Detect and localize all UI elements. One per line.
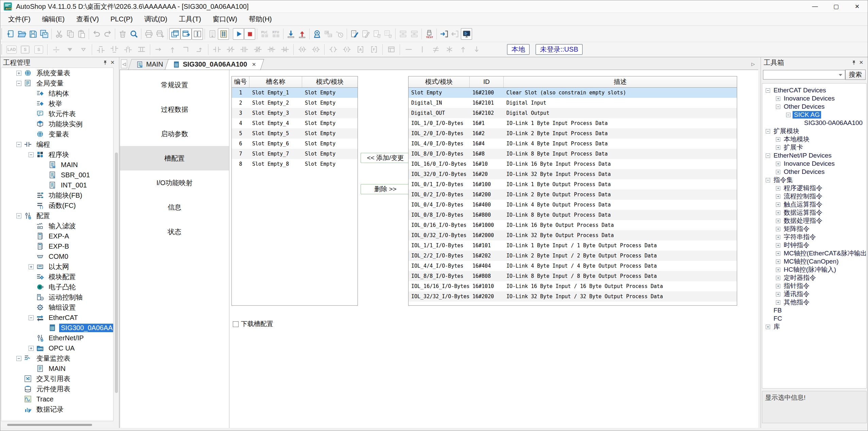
project-tree-item[interactable]: 结构体 xyxy=(1,88,113,98)
local-button[interactable]: 本地 xyxy=(507,44,530,55)
collapse-icon[interactable]: − xyxy=(16,81,21,86)
project-panel-close-icon[interactable]: ✕ xyxy=(109,59,116,66)
toolbox-close-icon[interactable]: ✕ xyxy=(857,59,865,66)
expand-icon[interactable]: + xyxy=(776,292,780,297)
table-row[interactable]: 1Slot Empty_1Slot Empty xyxy=(232,88,358,98)
edit-write-button[interactable] xyxy=(349,28,360,40)
expand-icon[interactable]: + xyxy=(776,211,780,215)
project-tree-item[interactable]: MMAIN xyxy=(1,160,113,170)
expand-icon[interactable]: + xyxy=(776,243,780,248)
project-tree-item[interactable]: −编程 xyxy=(1,139,113,149)
toolbox-tree-item[interactable]: +Inovance Devices xyxy=(762,160,866,168)
table-row[interactable]: IOL_4/0_I/O-Bytes16#4IO-Link 4 Byte Inpu… xyxy=(409,139,737,149)
toolbox-tree-item[interactable]: +Inovance Devices xyxy=(762,94,866,103)
table-row[interactable]: 4Slot Empty_4Slot Empty xyxy=(232,118,358,128)
project-tree-item[interactable]: 功能块实例 xyxy=(1,119,113,129)
device-nav-2[interactable]: 过程数据 xyxy=(120,97,229,122)
toolbox-tree-item[interactable]: +库 xyxy=(762,323,866,331)
project-tree-item[interactable]: EXP-A xyxy=(1,231,113,241)
column-header[interactable]: ID xyxy=(470,76,504,87)
window-split-button[interactable] xyxy=(192,28,203,40)
project-tree-item[interactable]: 枚举 xyxy=(1,98,113,109)
project-tree-item[interactable]: 软元件表 xyxy=(1,109,113,119)
expand-icon[interactable]: + xyxy=(776,202,780,207)
lad-mode-button[interactable]: LAD xyxy=(5,43,18,56)
table-row[interactable]: IOL_0/8_I/O-Bytes16#800IO-Link 8 Byte Ou… xyxy=(409,210,737,220)
expand-icon[interactable]: + xyxy=(776,170,780,174)
toolbox-tree-item[interactable]: +通讯指令 xyxy=(762,290,866,298)
upload-button[interactable] xyxy=(296,28,308,40)
tab-close-icon[interactable]: ✕ xyxy=(252,61,256,68)
menu-item-7[interactable]: 窗口(W) xyxy=(207,13,243,25)
project-tree-item[interactable]: +系统变量表 xyxy=(1,68,113,78)
menu-item-6[interactable]: 工具(T) xyxy=(173,13,207,25)
expand-icon[interactable]: + xyxy=(776,284,780,288)
expand-icon[interactable]: + xyxy=(776,251,780,256)
expand-icon[interactable]: + xyxy=(776,145,780,150)
device-nav-1[interactable]: 常规设置 xyxy=(120,73,229,97)
expand-icon[interactable]: + xyxy=(776,186,780,191)
device-nav-3[interactable]: 启动参数 xyxy=(120,122,229,146)
toolbox-tree-item[interactable]: FC xyxy=(762,315,866,323)
project-tree-item[interactable]: COM0 xyxy=(1,251,113,262)
project-tree-item[interactable]: +以太网 xyxy=(1,262,113,272)
compile-all-button[interactable] xyxy=(218,28,229,40)
project-tree-item[interactable]: −程序块 xyxy=(1,149,113,160)
search-button[interactable] xyxy=(128,28,139,40)
column-header[interactable]: 模式/模块 xyxy=(302,76,358,87)
project-tree-item[interactable]: ()函数(FC) xyxy=(1,200,113,211)
jump-in-button[interactable] xyxy=(438,28,450,40)
toolbox-tree-item[interactable]: +程序逻辑指令 xyxy=(762,184,866,192)
search-combobox[interactable] xyxy=(763,70,845,79)
toolbox-tree-item[interactable]: −扩展模块 xyxy=(762,127,866,135)
menu-item-3[interactable]: 查看(V) xyxy=(70,13,105,25)
table-row[interactable]: IOL_0/4_I/O-Bytes16#400IO-Link 4 Byte Ou… xyxy=(409,200,737,210)
toolbox-tree-item[interactable]: +扩展卡 xyxy=(762,143,866,151)
table-row[interactable]: 6Slot Empty_6Slot Empty xyxy=(232,139,358,149)
expand-icon[interactable]: + xyxy=(776,276,780,280)
table-row[interactable]: IOL_32/0_I/O-Bytes16#20IO-Link 32 Byte I… xyxy=(409,169,737,179)
project-tree-item[interactable]: −全局变量 xyxy=(1,78,113,88)
project-tree-item[interactable]: 交叉引用表 xyxy=(1,374,113,384)
monitor-screen-button[interactable] xyxy=(461,28,472,40)
tab-scroll-left-icon[interactable]: ◁ xyxy=(121,59,127,68)
project-tree-item[interactable]: SIG300_0A06AA xyxy=(1,323,113,333)
toolbox-tree-item[interactable]: −指令集 xyxy=(762,176,866,184)
toolbox-tree-item[interactable]: +数据运算指令 xyxy=(762,209,866,217)
toolbox-tree-item[interactable]: +Other Devices xyxy=(762,168,866,176)
toolbox-tree-item[interactable]: −Other Devices xyxy=(762,103,866,111)
table-row[interactable]: IOL_16/16_I/O-Bytes16#1010IO-Link 16 Byt… xyxy=(409,281,737,291)
project-tree-item[interactable]: 模块配置 xyxy=(1,272,113,282)
menu-item-2[interactable]: 编辑(E) xyxy=(36,13,71,25)
set-s-button-1[interactable]: S xyxy=(18,43,32,56)
project-tree-item[interactable]: −变量监控表 xyxy=(1,353,113,363)
table-row[interactable]: IOL_32/32_I/O-Bytes16#2020IO-Link 32 Byt… xyxy=(409,291,737,302)
table-row[interactable]: Slot Empty16#2100Clear Slot (also constr… xyxy=(409,88,737,98)
window-cascade-button[interactable] xyxy=(169,28,180,40)
device-nav-7[interactable]: 状态 xyxy=(120,219,229,244)
expand-icon[interactable]: + xyxy=(29,264,34,269)
menu-item-5[interactable]: 调试(D) xyxy=(138,13,173,25)
window-export-button[interactable] xyxy=(180,28,192,40)
menu-item-1[interactable]: 文件(F) xyxy=(2,13,36,25)
set-s-button-2[interactable]: S xyxy=(32,43,46,56)
table-row[interactable]: 3Slot Empty_3Slot Empty xyxy=(232,108,358,118)
device-nav-6[interactable]: 信息 xyxy=(120,195,229,219)
collapse-icon[interactable]: − xyxy=(16,213,21,218)
toolbox-tree-item[interactable]: +触点运算指令 xyxy=(762,200,866,209)
project-tree-vscrollbar[interactable] xyxy=(114,68,119,421)
table-row[interactable]: 2Slot Empty_2Slot Empty xyxy=(232,98,358,108)
expand-icon[interactable]: + xyxy=(776,162,780,166)
project-tree-item[interactable]: 元件使用表 xyxy=(1,384,113,394)
project-tree-hscrollbar[interactable] xyxy=(1,423,114,427)
expand-icon[interactable]: + xyxy=(776,137,780,142)
expand-icon[interactable]: + xyxy=(29,346,34,351)
toolbox-tree-item[interactable]: −EtherCAT Devices xyxy=(762,86,866,94)
collapse-icon[interactable]: − xyxy=(766,154,770,158)
collapse-icon[interactable]: − xyxy=(766,88,770,93)
column-header[interactable]: 槽名称 xyxy=(249,76,302,87)
table-row[interactable]: IOL_2/2_I/O-Bytes16#202IO-Link 2 Byte In… xyxy=(409,251,737,261)
project-tree-item[interactable]: 功能块(FB) xyxy=(1,190,113,200)
device-nav-5[interactable]: I/O功能映射 xyxy=(120,170,229,195)
toolbox-pin-icon[interactable] xyxy=(850,59,857,66)
